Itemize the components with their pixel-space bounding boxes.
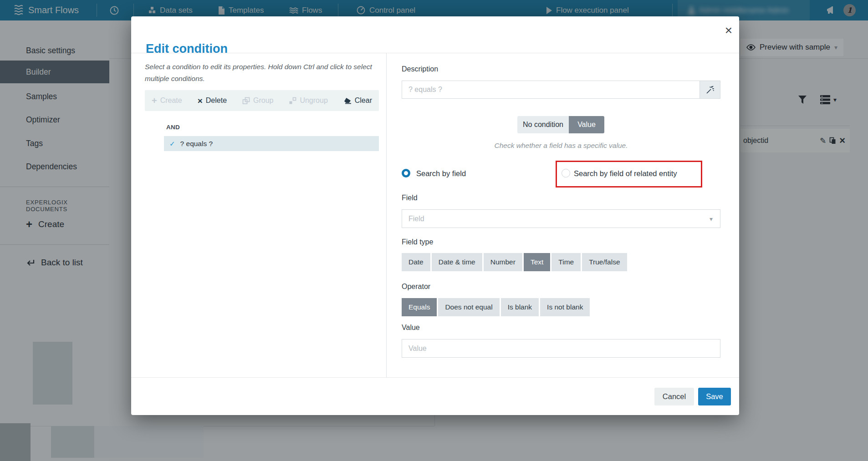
operator-button-group: Equals Does not equal Is blank Is not bl…	[402, 298, 590, 316]
condition-type-no-condition[interactable]: No condition	[517, 116, 569, 133]
value-input[interactable]	[402, 339, 720, 358]
field-type-text[interactable]: Text	[524, 253, 550, 271]
delete-condition-button[interactable]: × Delete	[198, 96, 227, 105]
field-type-date[interactable]: Date	[402, 253, 430, 271]
condition-toolbar: + Create × Delete Group	[145, 90, 379, 111]
search-by-field-label[interactable]: Search by field	[416, 169, 466, 178]
pill-label: Equals	[408, 303, 430, 311]
group-operator-label: AND	[166, 124, 180, 131]
field-type-true-false[interactable]: True/false	[582, 253, 627, 271]
save-label: Save	[706, 392, 723, 401]
pill-label: Is blank	[508, 303, 532, 311]
toolbar-label: Group	[253, 96, 273, 105]
description-label: Description	[402, 65, 438, 73]
condition-select-hint: Select a condition to edit its propertie…	[145, 61, 382, 84]
screen: Smart Flows Data sets	[0, 0, 868, 461]
field-label: Field	[402, 194, 418, 202]
cancel-button[interactable]: Cancel	[654, 388, 694, 405]
eraser-icon	[343, 97, 352, 104]
group-conditions-button[interactable]: Group	[242, 96, 273, 105]
pill-label: Does not equal	[445, 303, 492, 311]
operator-equals[interactable]: Equals	[402, 298, 437, 316]
toolbar-label: Create	[160, 96, 182, 105]
value-label: Value	[402, 324, 420, 332]
pill-label: Date & time	[439, 258, 475, 266]
pill-label: Number	[490, 258, 516, 266]
field-type-label: Field type	[402, 238, 433, 246]
field-type-date-time[interactable]: Date & time	[432, 253, 482, 271]
operator-does-not-equal[interactable]: Does not equal	[438, 298, 499, 316]
operator-is-blank[interactable]: Is blank	[501, 298, 539, 316]
field-type-time[interactable]: Time	[551, 253, 581, 271]
condition-list-item[interactable]: ✓ ? equals ?	[164, 136, 379, 151]
pill-label: Is not blank	[547, 303, 583, 311]
search-by-related-entity-label[interactable]: Search by field of related entity	[574, 169, 677, 178]
create-condition-button[interactable]: + Create	[152, 96, 182, 105]
operator-label: Operator	[402, 283, 430, 291]
segment-label: Value	[577, 121, 596, 129]
clear-conditions-button[interactable]: Clear	[343, 96, 372, 105]
dialog-column-divider	[386, 53, 387, 377]
close-icon[interactable]: ×	[721, 23, 736, 38]
plus-icon: +	[152, 96, 157, 105]
toolbar-label: Clear	[355, 96, 372, 105]
edit-condition-dialog: Edit condition × Select a condition to e…	[131, 16, 739, 415]
cancel-label: Cancel	[663, 392, 686, 401]
segment-label: No condition	[523, 121, 563, 129]
dialog-footer-divider	[131, 377, 739, 378]
pill-label: Date	[408, 258, 424, 266]
condition-item-label: ? equals ?	[180, 140, 213, 148]
save-button[interactable]: Save	[698, 388, 731, 405]
check-icon: ✓	[169, 140, 175, 148]
field-dropdown[interactable]	[402, 209, 720, 228]
condition-type-value[interactable]: Value	[569, 116, 604, 133]
ungroup-icon	[289, 97, 296, 105]
pill-label: True/false	[589, 258, 620, 266]
field-type-button-group: Date Date & time Number Text Time True/f…	[402, 253, 627, 271]
description-input[interactable]	[402, 81, 720, 99]
group-icon	[242, 97, 250, 105]
toolbar-label: Ungroup	[300, 96, 327, 105]
dialog-header-divider	[131, 53, 739, 53]
condition-type-hint: Check whether a field has a specific val…	[402, 140, 720, 152]
close-glyph: ×	[725, 23, 732, 38]
search-by-field-radio[interactable]	[402, 169, 410, 177]
pill-label: Time	[558, 258, 574, 266]
magic-wand-button[interactable]	[700, 81, 720, 98]
x-icon: ×	[198, 96, 203, 105]
pill-label: Text	[531, 258, 543, 266]
ungroup-conditions-button[interactable]: Ungroup	[289, 96, 327, 105]
toolbar-label: Delete	[206, 96, 227, 105]
field-type-number[interactable]: Number	[484, 253, 522, 271]
search-by-related-entity-radio[interactable]	[562, 169, 570, 177]
operator-is-not-blank[interactable]: Is not blank	[540, 298, 590, 316]
dialog-title: Edit condition	[146, 42, 228, 56]
